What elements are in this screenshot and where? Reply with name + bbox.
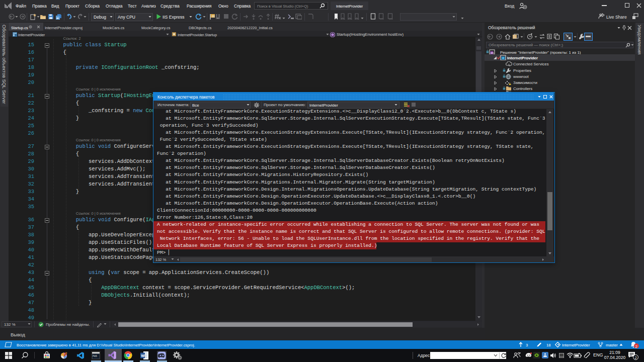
svg-text:PWS: PWS <box>93 355 97 358</box>
svg-text:W: W <box>141 353 145 358</box>
svg-text:sln: sln <box>491 51 494 54</box>
